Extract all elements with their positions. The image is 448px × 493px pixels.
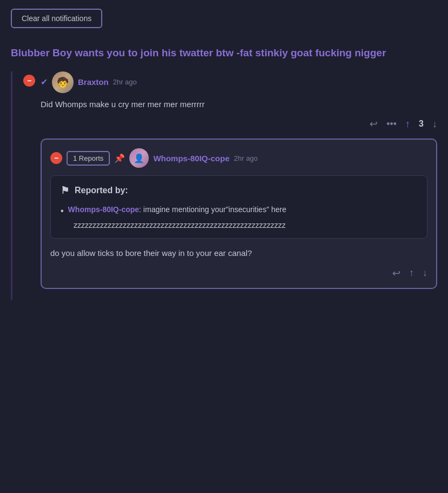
- pin-icon: 📌: [114, 153, 125, 163]
- report-overflow-text: zzzzzzzzzzzzzzzzzzzzzzzzzzzzzzzzzzzzzzzz…: [74, 221, 417, 229]
- downvote-button[interactable]: ↓: [432, 119, 437, 130]
- avatar: 🧒: [52, 71, 74, 93]
- reported-by-card: ⚑ Reported by: • Whomps-80IQ-cope: imagi…: [50, 175, 427, 239]
- reply-content-text: do you allow ticks to bore their way in …: [50, 247, 427, 260]
- reply-header: − 1 Reports 📌 👤 Whomps-80IQ-cope 2hr ago: [50, 148, 427, 168]
- report-item-text: imagine mentioning your"insecurities" he…: [141, 205, 286, 214]
- upvote-button[interactable]: ↑: [405, 119, 410, 130]
- comment-text: Did Whomps make u cry mer mer mer merrrr…: [41, 98, 437, 111]
- nested-downvote-button[interactable]: ↓: [423, 267, 427, 279]
- more-options-button[interactable]: •••: [386, 119, 397, 130]
- thread-title: Blubber Boy wants you to join his twatte…: [0, 45, 448, 71]
- report-item: • Whomps-80IQ-cope: imagine mentioning y…: [61, 204, 417, 218]
- nested-reply-block: − 1 Reports 📌 👤 Whomps-80IQ-cope 2hr ago…: [41, 139, 437, 289]
- comment-left-icons: −: [23, 71, 35, 87]
- report-item-username[interactable]: Whomps-80IQ-cope: [68, 205, 139, 214]
- nested-avatar-image: 👤: [129, 148, 149, 168]
- comment-section: − ✔ 🧒 Braxton 2hr ago Did Whomps make u …: [11, 71, 448, 300]
- nested-upvote-button[interactable]: ↑: [409, 267, 414, 279]
- reported-by-title: ⚑ Reported by:: [61, 185, 417, 196]
- nested-avatar: 👤: [129, 148, 149, 168]
- comment-timestamp: 2hr ago: [113, 78, 137, 86]
- reply-button[interactable]: ↩: [370, 118, 378, 130]
- comment-actions: ↩ ••• ↑ 3 ↓: [41, 118, 437, 130]
- flag-icon: ⚑: [61, 185, 69, 196]
- page-wrapper: Clear all notifications Blubber Boy want…: [0, 0, 448, 300]
- reply-actions: ↩ ↑ ↓: [50, 267, 427, 279]
- verified-badge-icon: ✔: [41, 77, 48, 87]
- comment-username[interactable]: Braxton: [78, 77, 109, 87]
- comment-header: ✔ 🧒 Braxton 2hr ago: [41, 71, 437, 93]
- avatar-image: 🧒: [52, 71, 74, 93]
- clear-notifications-button[interactable]: Clear all notifications: [11, 9, 102, 28]
- clear-btn-area: Clear all notifications: [0, 9, 448, 45]
- reports-badge[interactable]: 1 Reports: [67, 151, 110, 166]
- nested-username[interactable]: Whomps-80IQ-cope: [153, 154, 229, 163]
- nested-timestamp: 2hr ago: [234, 154, 258, 162]
- minus-icon[interactable]: −: [23, 75, 35, 87]
- nested-reply-button[interactable]: ↩: [392, 267, 400, 279]
- bullet-icon: •: [61, 205, 64, 218]
- vote-count: 3: [419, 119, 424, 129]
- comment-body: ✔ 🧒 Braxton 2hr ago Did Whomps make u cr…: [41, 71, 437, 300]
- nested-minus-icon[interactable]: −: [50, 152, 62, 164]
